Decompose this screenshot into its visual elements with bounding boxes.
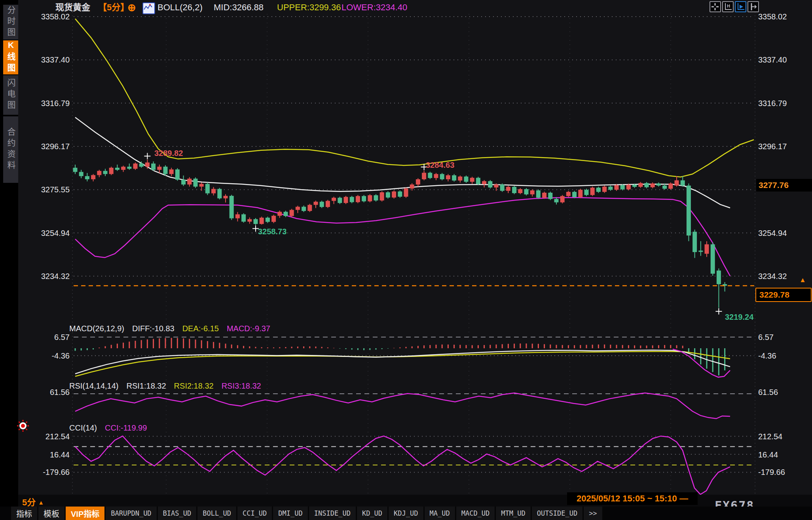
rsi-line: [75, 393, 730, 419]
indicator-tab-bar: 指标模板VIP指标BARUPDN_UDBIAS_UDBOLL_UDCCI_UDD…: [0, 507, 812, 520]
tab-label: BARUPDN_UD: [111, 509, 151, 517]
tab-label: BOLL_UD: [203, 509, 231, 517]
tab-label: OUTSIDE_UD: [537, 509, 577, 517]
chart-canvas[interactable]: [0, 0, 812, 520]
y-axis-label: 3358.02: [758, 12, 787, 21]
boll-lower-line: [75, 197, 730, 276]
boll-upper-value: UPPER:3299.36: [277, 2, 341, 13]
rsi-header: RSI(14,14,14) RSI1:18.32 RSI2:18.32 RSI3…: [69, 381, 261, 391]
y-axis-label: 212.54: [758, 432, 782, 441]
current-period-label[interactable]: 5分▲: [22, 495, 42, 508]
indicator-tab[interactable]: CCI_UD: [237, 507, 272, 520]
indicator-tab[interactable]: 指标: [11, 507, 37, 520]
high-annotation: 3289.82: [154, 149, 183, 158]
y-axis-label: -4.36: [758, 351, 776, 360]
y-axis-label: 3254.94: [23, 229, 70, 237]
time-range-status: 2025/05/12 15:05 ~ 15:10 —: [567, 492, 698, 505]
shift-right-tool-icon[interactable]: [747, 1, 759, 12]
period-arrow-icon: ▲: [38, 499, 44, 506]
tab-label: CCI_UD: [243, 509, 267, 517]
macd-panel: [74, 337, 754, 377]
tab-label: INSIDE_UD: [314, 509, 351, 517]
sidebar-item-contract-info[interactable]: 合约资料: [3, 116, 18, 183]
indicator-tab[interactable]: MTM_UD: [496, 507, 530, 520]
macd-name[interactable]: MACD(26,12,9): [69, 323, 124, 334]
instrument-title: 现货黄金: [55, 2, 90, 13]
tab-label: VIP指标: [71, 508, 99, 519]
macd-line: [673, 349, 730, 377]
rsi3-value: RSI3:18.32: [222, 381, 261, 391]
indicator-tab[interactable]: KDJ_UD: [389, 507, 423, 520]
y-axis-label: 3316.79: [758, 99, 787, 108]
tab-label: DMI_UD: [278, 509, 302, 517]
boll-mid-value: MID:3266.88: [214, 2, 264, 13]
indicator-tab[interactable]: BARUPDN_UD: [106, 507, 156, 520]
indicator-tab[interactable]: MA_UD: [425, 507, 455, 520]
y-axis-label: -4.36: [23, 351, 70, 360]
y-axis-label: 6.57: [23, 333, 70, 342]
macd-diff-line: [75, 350, 730, 374]
indicator-tab[interactable]: DMI_UD: [273, 507, 307, 520]
swing-low-annotation: 3258.73: [258, 227, 286, 236]
sidebar-item-time-chart[interactable]: 分时图: [3, 5, 18, 40]
y-axis-label: 3296.17: [23, 142, 70, 151]
tab-label: BIAS_UD: [163, 509, 192, 517]
crosshair-tool-icon[interactable]: [710, 1, 721, 12]
tab-label: 指标: [16, 508, 32, 519]
y-axis-label: -179.66: [23, 468, 70, 476]
price-up-marker-icon: ▲: [799, 276, 806, 284]
indicator-tab[interactable]: OUTSIDE_UD: [532, 507, 582, 520]
y-axis-label: 61.56: [758, 388, 778, 397]
rsi-name[interactable]: RSI(14,14,14): [69, 381, 119, 391]
trading-app-window: 现货黄金 【5分】 ⊕ BOLL(26,2) MID:3266.88 UPPER…: [0, 0, 812, 520]
y-axis-label: 16.44: [758, 450, 778, 459]
indicator-tab[interactable]: BIAS_UD: [158, 507, 197, 520]
indicator-tab[interactable]: >>: [584, 507, 602, 520]
y-axis-label: 16.44: [23, 450, 70, 459]
rsi-panel: [74, 393, 754, 419]
zoom-horizontal-tool-icon[interactable]: H: [722, 1, 734, 12]
tab-label: MACD_UD: [461, 509, 490, 517]
indicator-tab[interactable]: MACD_UD: [456, 507, 495, 520]
y-axis-label: 61.56: [23, 388, 70, 397]
macd-macd: MACD:-9.37: [227, 323, 270, 334]
macd-header: MACD(26,12,9) DIFF:-10.83 DEA:-6.15 MACD…: [69, 323, 270, 334]
y-axis-label: 3337.40: [23, 55, 70, 64]
tab-label: MTM_UD: [501, 509, 525, 517]
last-price-tag: 3229.78: [755, 288, 812, 302]
cci-name[interactable]: CCI(14): [69, 423, 97, 433]
y-axis-label: 3296.17: [758, 142, 787, 151]
indicator-tab[interactable]: BOLL_UD: [197, 507, 236, 520]
kline-style-icon[interactable]: [142, 2, 155, 14]
indicator-tab[interactable]: 模板: [38, 507, 65, 520]
swing-high-annotation: 3284.63: [426, 161, 454, 170]
period-text: 5分: [22, 497, 36, 507]
y-axis-label: -179.66: [758, 468, 785, 476]
macd-dea: DEA:-6.15: [182, 323, 219, 334]
y-axis-label: 212.54: [23, 432, 70, 441]
indicator-tab[interactable]: VIP指标: [66, 507, 104, 520]
rsi2-value: RSI2:18.32: [174, 381, 214, 391]
tab-label: MA_UD: [430, 509, 450, 517]
tab-label: 模板: [44, 508, 59, 519]
auto-scroll-tool-icon[interactable]: [735, 1, 746, 12]
y-axis-label: 3358.02: [23, 12, 70, 21]
cci-header: CCI(14) CCI:-119.99: [69, 423, 147, 433]
period-label[interactable]: 【5分】: [98, 2, 129, 13]
swing-markers: [144, 153, 722, 315]
y-axis-label: 3254.94: [758, 229, 787, 237]
low-annotation: 3219.24: [725, 313, 753, 322]
indicator-name[interactable]: BOLL(26,2): [157, 2, 203, 13]
y-axis-label: 3234.32: [23, 272, 70, 281]
sidebar-item-kline-chart[interactable]: K线图: [3, 40, 18, 74]
cci-value: CCI:-119.99: [105, 423, 147, 433]
y-axis-label: 3337.40: [758, 55, 787, 64]
macd-diff: DIFF:-10.83: [132, 323, 175, 334]
sidebar-item-lightning-chart[interactable]: 闪电图: [3, 75, 18, 115]
link-icon[interactable]: ⊕: [127, 2, 136, 13]
indicator-tab[interactable]: KD_UD: [357, 507, 387, 520]
indicator-tab[interactable]: INSIDE_UD: [309, 507, 356, 520]
reference-price-tag: 3277.76: [756, 179, 812, 192]
gridlines: [72, 12, 755, 495]
y-axis-label: 3316.79: [23, 99, 70, 108]
